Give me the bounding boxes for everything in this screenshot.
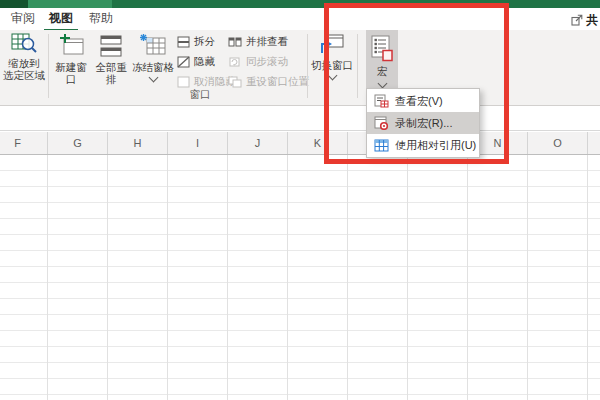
- window-group-label: 窗口: [165, 88, 235, 102]
- sync-scrolling-button[interactable]: 同步滚动: [228, 55, 288, 69]
- column-header[interactable]: [588, 132, 600, 154]
- hide-button[interactable]: 隐藏: [177, 55, 215, 69]
- menu-item-label: 录制宏(R)...: [395, 116, 452, 131]
- arrange-all-button[interactable]: 全部重排: [91, 34, 131, 85]
- hide-label: 隐藏: [194, 55, 215, 69]
- macros-label: 宏: [377, 65, 388, 79]
- ribbon-tab-bar: 审阅 视图 帮助 共: [0, 8, 600, 30]
- share-label: 共: [586, 12, 598, 29]
- switch-windows-button[interactable]: 切换窗口: [309, 32, 355, 79]
- record-macro-icon: [374, 116, 389, 130]
- title-bar: [0, 0, 600, 8]
- column-header[interactable]: I: [168, 132, 228, 154]
- freeze-panes-button[interactable]: 冻结窗格: [131, 34, 175, 81]
- split-icon: [177, 36, 190, 48]
- column-header[interactable]: F: [0, 132, 48, 154]
- column-header-row: F G H I J K L M N O: [0, 132, 600, 155]
- hide-icon: [177, 56, 190, 68]
- menu-item-view-macros[interactable]: 查看宏(V): [367, 90, 479, 112]
- new-window-button[interactable]: 新建窗口: [51, 34, 91, 85]
- menu-item-label: 使用相对引用(U): [395, 138, 476, 153]
- new-window-icon: [58, 34, 85, 58]
- view-macros-icon: [374, 94, 389, 108]
- freeze-panes-icon: [140, 34, 167, 58]
- reset-window-position-label: 重设窗口位置: [246, 75, 309, 89]
- formula-bar-strip[interactable]: [0, 107, 600, 131]
- column-header[interactable]: O: [528, 132, 588, 154]
- unhide-icon: [177, 76, 190, 88]
- menu-item-label: 查看宏(V): [395, 94, 443, 109]
- macros-icon: [370, 35, 394, 62]
- zoom-to-selection-button[interactable]: 缩放到 选定区域: [2, 32, 46, 81]
- group-separator: [357, 34, 358, 98]
- macros-dropdown-menu: 查看宏(V) 录制宏(R)... 使用相对引用(U): [366, 88, 480, 158]
- tab-review[interactable]: 审阅: [6, 8, 40, 29]
- chevron-down-icon: [148, 73, 158, 83]
- menu-item-use-relative-references[interactable]: 使用相对引用(U): [367, 134, 479, 156]
- view-side-by-side-icon: [228, 36, 242, 48]
- switch-windows-icon: [319, 32, 345, 56]
- view-side-by-side-button[interactable]: 并排查看: [228, 35, 288, 49]
- group-separator: [307, 34, 308, 98]
- share-button[interactable]: 共: [571, 11, 598, 29]
- ribbon: 缩放到 选定区域 新建窗口 全部重排: [0, 30, 600, 106]
- menu-item-record-macro[interactable]: 录制宏(R)...: [367, 112, 479, 134]
- share-icon: [571, 14, 583, 26]
- split-label: 拆分: [194, 35, 215, 49]
- column-header[interactable]: H: [108, 132, 168, 154]
- spreadsheet-grid[interactable]: [0, 155, 600, 400]
- tab-view[interactable]: 视图: [44, 8, 78, 32]
- split-button[interactable]: 拆分: [177, 35, 215, 49]
- reset-window-position-button[interactable]: 重设窗口位置: [228, 75, 309, 89]
- column-header[interactable]: G: [48, 132, 108, 154]
- view-side-by-side-label: 并排查看: [246, 35, 288, 49]
- new-window-label: 新建窗口: [51, 61, 91, 85]
- relative-references-icon: [374, 139, 389, 152]
- column-header[interactable]: J: [228, 132, 288, 154]
- group-separator: [48, 34, 49, 98]
- sync-scrolling-icon: [228, 56, 242, 68]
- tab-help[interactable]: 帮助: [84, 8, 118, 29]
- chevron-down-icon: [377, 79, 387, 89]
- title-bar-dark-segment: [0, 0, 28, 8]
- arrange-all-label: 全部重排: [91, 61, 131, 85]
- sync-scrolling-label: 同步滚动: [246, 55, 288, 69]
- reset-window-position-icon: [228, 76, 242, 88]
- chevron-down-icon: [327, 71, 337, 81]
- zoom-to-selection-label: 缩放到 选定区域: [3, 57, 45, 81]
- title-bar-light-segment: [28, 0, 112, 8]
- zoom-to-selection-icon: [11, 32, 38, 54]
- arrange-all-icon: [98, 34, 124, 58]
- column-header[interactable]: K: [288, 132, 348, 154]
